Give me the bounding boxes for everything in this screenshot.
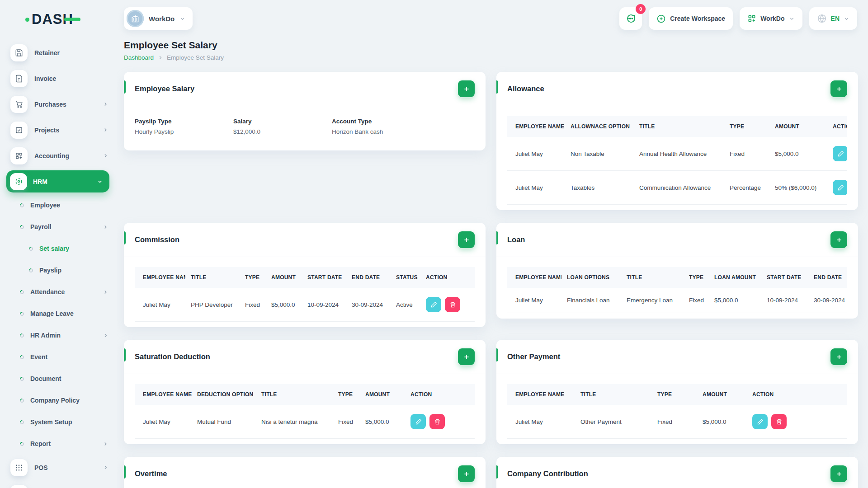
chevron-right-icon (103, 441, 108, 447)
row-edit-button[interactable] (410, 414, 426, 429)
invoice-icon (15, 75, 23, 83)
table-scroll-area[interactable]: Employee NameTitleTypeAmountActionJuliet… (507, 384, 847, 439)
row-edit-button[interactable] (833, 180, 847, 195)
card-header: Allowance (496, 72, 858, 106)
sidebar-item-pos[interactable]: POS (0, 455, 117, 480)
bullet-icon (19, 311, 25, 317)
employee-salary-card: Employee Salary Payslip Type Hourly Pays… (124, 72, 486, 150)
card-title: Employee Salary (135, 84, 194, 93)
column-header: Type (240, 267, 266, 288)
add-loan-button[interactable] (830, 231, 847, 248)
table-cell: Active (391, 288, 420, 322)
table-scroll-area[interactable]: Employee NameTitleTypeAmountStart DateEn… (135, 267, 475, 322)
allowance-table: Employee NameAllownace OptionTitleTypeAm… (507, 116, 847, 205)
commission-card: Commission Employee NameTitleTypeAmountS… (124, 223, 486, 327)
sidebar-item-payslip[interactable]: Payslip (0, 259, 117, 281)
workdo-menu-label: WorkDo (760, 15, 784, 22)
sidebar-icon-tile (10, 44, 28, 61)
plus-icon (835, 85, 843, 93)
create-workspace-button[interactable]: Create Workspace (649, 7, 733, 30)
accent-bar (496, 80, 498, 94)
table-cell: 10-09-2024 (302, 288, 346, 322)
app-logo[interactable]: DASH (25, 10, 117, 29)
sidebar-icon-tile (10, 70, 28, 87)
add-company-contribution-button[interactable] (830, 465, 847, 482)
add-employee-salary-button[interactable] (458, 80, 475, 97)
sidebar-item-payroll[interactable]: Payroll (0, 216, 117, 238)
bullet-icon (19, 289, 25, 295)
add-other-payment-button[interactable] (830, 348, 847, 365)
topbar-actions: 0 Create Workspace WorkDo EN (619, 7, 857, 30)
row-edit-button[interactable] (833, 146, 847, 161)
table-row: Juliet MayTaxablesCommunication Allowanc… (507, 171, 847, 205)
row-delete-button[interactable] (429, 414, 445, 429)
table-scroll-area[interactable]: Employee NameDeduction OptionTitleTypeAm… (135, 384, 475, 439)
table-scroll-area[interactable]: Employee NameLoan OptionsTitleTypeLoan A… (507, 267, 847, 313)
workspace-avatar (127, 10, 144, 27)
main-area: WorkDo 0 Create Workspace WorkDo EN (117, 0, 868, 488)
table-cell: 30-09-2024 (808, 288, 847, 313)
sidebar-item-purchases[interactable]: Purchases (0, 91, 117, 117)
plus-icon (463, 85, 470, 93)
messages-button[interactable]: 0 (619, 7, 642, 30)
sidebar-item-set-salary[interactable]: Set salary (0, 238, 117, 259)
sidebar-item-invoice[interactable]: Invoice (0, 66, 117, 91)
sidebar-nav: RetainerInvoicePurchasesProjectsAccounti… (0, 40, 117, 488)
add-commission-button[interactable] (458, 231, 475, 248)
table-header-row: Employee NameTitleTypeAmountAction (507, 384, 847, 405)
sidebar-item-retainer[interactable]: Retainer (0, 40, 117, 66)
table-header-row: Employee NameAllownace OptionTitleTypeAm… (507, 116, 847, 137)
sidebar-item-hrm[interactable]: HRM (6, 170, 109, 192)
row-edit-button[interactable] (426, 297, 441, 312)
sidebar-item-document[interactable]: Document (0, 368, 117, 389)
table-cell: Juliet May (507, 405, 575, 439)
workspace-switcher[interactable]: WorkDo (124, 7, 193, 30)
language-button[interactable]: EN (809, 7, 857, 30)
sidebar-item-employee[interactable]: Employee (0, 194, 117, 216)
allowance-card: Allowance Employee NameAllownace OptionT… (496, 72, 858, 210)
sidebar-item-accounting[interactable]: Accounting (0, 143, 117, 169)
table-cell: 30-09-2024 (346, 288, 391, 322)
breadcrumb: Dashboard Employee Set Salary (124, 54, 858, 61)
actions-cell (405, 405, 475, 439)
workdo-menu-button[interactable]: WorkDo (740, 7, 802, 30)
chevron-right-icon (103, 127, 108, 133)
sidebar-item-projects[interactable]: Projects (0, 117, 117, 143)
field-account-type: Account Type Horizon Bank cash (332, 118, 475, 135)
sidebar-item-crm[interactable]: CRM (0, 480, 117, 488)
add-overtime-button[interactable] (458, 465, 475, 482)
card-header: Employee Salary (124, 72, 486, 106)
chevron-right-icon (103, 153, 108, 159)
chevron-right-icon (158, 55, 163, 60)
add-allowance-button[interactable] (830, 80, 847, 97)
create-workspace-label: Create Workspace (670, 15, 725, 22)
column-header: Loan Options (561, 267, 621, 288)
sidebar-item-manage-leave[interactable]: Manage Leave (0, 303, 117, 324)
card-header: Other Payment (496, 340, 858, 374)
trash-icon (434, 418, 441, 425)
sidebar-item-hr-admin[interactable]: HR Admin (0, 324, 117, 346)
row-delete-button[interactable] (771, 414, 787, 429)
table-scroll-area[interactable]: Employee NameAllownace OptionTitleTypeAm… (507, 116, 847, 205)
bullet-icon (19, 202, 25, 208)
row-edit-button[interactable] (752, 414, 768, 429)
sidebar-item-company-policy[interactable]: Company Policy (0, 389, 117, 411)
table-cell: Juliet May (507, 288, 561, 313)
sidebar-icon-tile (10, 122, 28, 139)
grid-plus-icon (747, 14, 756, 23)
field-salary: Salary $12,000.0 (233, 118, 332, 135)
sidebar-item-attendance[interactable]: Attendance (0, 281, 117, 303)
bullet-icon (28, 246, 34, 252)
add-saturation-deduction-button[interactable] (458, 348, 475, 365)
accent-bar (496, 231, 498, 244)
sidebar-item-system-setup[interactable]: System Setup (0, 411, 117, 433)
loan-table: Employee NameLoan OptionsTitleTypeLoan A… (507, 267, 847, 313)
sidebar-item-label: Event (30, 353, 47, 361)
card-header: Saturation Deduction (124, 340, 486, 374)
sidebar-item-event[interactable]: Event (0, 346, 117, 368)
sidebar-item-report[interactable]: Report (0, 433, 117, 455)
row-delete-button[interactable] (445, 297, 460, 312)
column-header: Start Date (761, 267, 808, 288)
sidebar-item-label: Employee (30, 202, 60, 209)
breadcrumb-dashboard-link[interactable]: Dashboard (124, 54, 154, 61)
